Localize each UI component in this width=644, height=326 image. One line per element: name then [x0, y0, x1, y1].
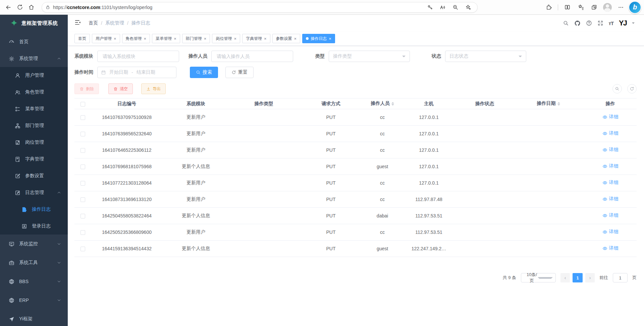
tag-dict-mgmt[interactable]: 字典管理× [242, 34, 270, 43]
sidebar-item-dict-mgmt[interactable]: 字典管理 [0, 151, 68, 168]
row-checkbox[interactable] [80, 230, 85, 235]
row-checkbox[interactable] [80, 181, 85, 186]
favorites-bar-button[interactable] [575, 2, 586, 13]
copilot-button[interactable]: b [629, 1, 641, 14]
row-checkbox[interactable] [80, 132, 85, 136]
sidebar-item-home[interactable]: 首页 [0, 34, 68, 50]
sidebar-item-menu-mgmt[interactable]: 菜单管理 [0, 101, 68, 117]
detail-link[interactable]: 详细 [602, 147, 619, 153]
breadcrumb-home[interactable]: 首页 [89, 20, 98, 26]
goto-page-input[interactable] [613, 273, 628, 282]
profile-button[interactable] [602, 2, 613, 13]
tag-home[interactable]: 首页 [74, 34, 90, 43]
next-page-button[interactable]: › [585, 273, 595, 282]
close-icon[interactable]: × [144, 36, 147, 41]
reset-button[interactable]: 重置 [225, 67, 254, 78]
sort-icons[interactable] [391, 101, 394, 107]
type-select[interactable]: 操作类型 [329, 51, 410, 62]
sidebar-item-login-log[interactable]: 登录日志 [0, 218, 68, 235]
detail-link[interactable]: 详细 [602, 212, 619, 218]
sidebar-collapse-button[interactable] [74, 19, 81, 27]
column-date[interactable]: 操作日期 [513, 99, 584, 109]
corner-brand-logo[interactable]: YJ [619, 19, 627, 27]
sidebar-item-operation-log[interactable]: 操作日志 [0, 201, 68, 218]
table-refresh-button[interactable] [627, 84, 637, 93]
row-checkbox-cell [74, 142, 91, 158]
table-search-toggle-button[interactable] [612, 84, 622, 93]
row-checkbox[interactable] [80, 115, 85, 120]
detail-link[interactable]: 详细 [602, 114, 619, 120]
select-all-checkbox[interactable] [80, 102, 85, 107]
close-icon[interactable]: × [264, 36, 267, 41]
tag-user-mgmt[interactable]: 用户管理× [92, 34, 120, 43]
collections-button[interactable] [588, 2, 600, 13]
detail-link[interactable]: 详细 [602, 180, 619, 186]
close-icon[interactable]: × [294, 36, 297, 41]
github-link[interactable] [574, 20, 581, 26]
tag-menu-mgmt[interactable]: 菜单管理× [152, 34, 180, 43]
sidebar-item-system-mgmt[interactable]: 系统管理 [0, 50, 68, 67]
address-bar[interactable]: https://ccnetcore.com:1101/system/log/op… [42, 2, 478, 13]
zoom-out-button[interactable] [450, 2, 461, 13]
sidebar-item-post-mgmt[interactable]: 岗位管理 [0, 134, 68, 151]
tag-operation-log[interactable]: 操作日志× [302, 34, 335, 43]
column-operator[interactable]: 操作人员 [364, 99, 401, 109]
sidebar-item-bbs[interactable]: BBS [0, 272, 68, 291]
app-logo[interactable]: 意框架管理系统 [0, 15, 68, 31]
fullscreen-button[interactable] [597, 20, 603, 26]
detail-link[interactable]: 详细 [602, 229, 619, 235]
sidebar-item-system-tools[interactable]: 系统工具 [0, 253, 68, 272]
close-icon[interactable]: × [329, 36, 331, 41]
extensions-button[interactable] [543, 2, 554, 13]
browser-back-button[interactable] [3, 2, 14, 13]
detail-link[interactable]: 详细 [602, 196, 619, 202]
password-key-button[interactable] [424, 2, 436, 13]
clear-button[interactable]: 清空 [108, 83, 133, 94]
detail-link[interactable]: 详细 [602, 245, 619, 251]
close-icon[interactable]: × [234, 36, 236, 41]
sidebar-item-param-settings[interactable]: 参数设置 [0, 168, 68, 184]
sidebar-item-system-monitor[interactable]: 系统监控 [0, 235, 68, 253]
close-icon[interactable]: × [174, 36, 176, 41]
operator-input[interactable] [211, 51, 293, 62]
close-icon[interactable]: × [204, 36, 207, 41]
sidebar-item-role-mgmt[interactable]: 角色管理 [0, 84, 68, 101]
close-icon[interactable]: × [114, 36, 116, 41]
tag-param-settings[interactable]: 参数设置× [272, 34, 301, 43]
row-checkbox[interactable] [80, 247, 85, 251]
tag-post-mgmt[interactable]: 岗位管理× [212, 34, 240, 43]
row-checkbox[interactable] [80, 197, 85, 202]
browser-home-button[interactable] [25, 2, 37, 13]
page-size-select[interactable]: 10条/页 [521, 273, 556, 282]
sidebar-item-dept-mgmt[interactable]: 部门管理 [0, 117, 68, 134]
row-checkbox[interactable] [80, 165, 85, 169]
export-button[interactable]: 导出 [141, 83, 166, 94]
sidebar-item-user-mgmt[interactable]: 用户管理 [0, 67, 68, 84]
browser-refresh-button[interactable] [14, 2, 25, 13]
sidebar-item-yi-framework[interactable]: Yi框架 [0, 310, 68, 326]
sidebar-item-erp[interactable]: ERP [0, 291, 68, 310]
page-number-1[interactable]: 1 [573, 273, 583, 282]
split-screen-button[interactable] [561, 2, 573, 13]
row-checkbox[interactable] [80, 148, 85, 153]
date-range-picker[interactable]: 开始日期 - 结束日期 [97, 67, 176, 78]
row-checkbox[interactable] [80, 214, 85, 218]
status-select[interactable]: 日志状态 [445, 51, 526, 62]
module-input[interactable] [97, 51, 179, 62]
tag-dept-mgmt[interactable]: 部门管理× [182, 34, 210, 43]
help-button[interactable] [586, 20, 592, 26]
prev-page-button[interactable]: ‹ [560, 273, 570, 282]
read-aloud-button[interactable] [437, 2, 448, 13]
tag-role-mgmt[interactable]: 角色管理× [122, 34, 150, 43]
search-button[interactable]: 搜索 [190, 67, 218, 78]
sidebar-item-log-mgmt[interactable]: 日志管理 [0, 184, 68, 201]
font-size-button[interactable]: тT [609, 20, 614, 26]
header-search-button[interactable] [563, 20, 569, 26]
add-favorite-button[interactable] [463, 2, 474, 13]
detail-link[interactable]: 详细 [602, 163, 619, 169]
sort-icons[interactable] [557, 101, 560, 107]
caret-down-icon[interactable] [632, 22, 635, 25]
settings-more-button[interactable] [615, 2, 627, 13]
detail-link[interactable]: 详细 [602, 130, 619, 136]
delete-button[interactable]: 删除 [74, 83, 99, 94]
